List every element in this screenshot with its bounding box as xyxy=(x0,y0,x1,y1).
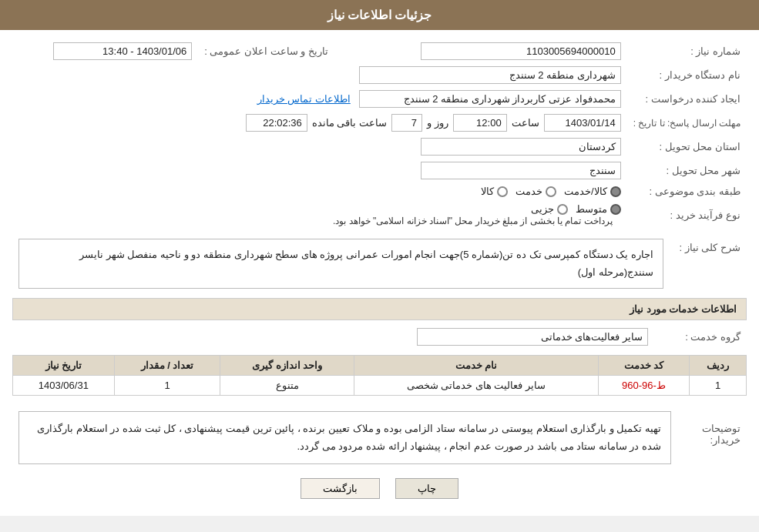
ostan-label: استان محل تحویل : xyxy=(627,135,747,159)
page-title: جزئیات اطلاعات نیاز xyxy=(327,8,432,22)
radio-kala-circle xyxy=(497,186,508,197)
cell-tarikh: 1403/06/31 xyxy=(13,375,115,395)
radio-motavaset-circle xyxy=(610,204,621,215)
cell-vahed: متنوع xyxy=(220,375,354,395)
saet-label: ساعت xyxy=(512,117,539,129)
radio-kala-label: کالا xyxy=(481,186,494,197)
baghimande-box: 22:02:36 xyxy=(246,114,307,132)
page-header: جزئیات اطلاعات نیاز xyxy=(0,0,759,30)
ijad-konande-box: محمدفواد عزتی کاربرداز شهرداری منطقه 2 س… xyxy=(359,90,621,108)
tarikh-elan-box: 1403/01/06 - 13:40 xyxy=(53,42,192,60)
radio-motavaset-label: متوسط xyxy=(576,203,607,215)
saet-box: 12:00 xyxy=(453,114,507,132)
novefrayand-value: متوسط جزیی پرداخت تمام یا بخشی از مبلغ خ… xyxy=(12,200,627,229)
tabaghebandi-value: کالا/خدمت خدمت کالا xyxy=(12,182,627,200)
tamas-kharidar-link[interactable]: اطلاعات تماس خریدار xyxy=(257,93,351,105)
note-table: توضیحات خریدار: تهیه تکمیل و بارگذاری اس… xyxy=(12,402,747,467)
shahr-label: شهر محل تحویل : xyxy=(627,159,747,182)
nam-dastgah-box: شهرداری منطقه 2 سنندج xyxy=(359,66,621,84)
services-table: ردیف کد خدمت نام خدمت واحد اندازه گیری ت… xyxy=(12,355,747,396)
tarikh-box: 1403/01/14 xyxy=(544,114,621,132)
page-wrapper: جزئیات اطلاعات نیاز شماره نیاز : 1103005… xyxy=(0,0,759,516)
tabaghebandi-label: طبقه بندی موضوعی : xyxy=(627,182,747,200)
sharh-content-cell: اجاره یک دستگاه کمپرسی تک ده تن(شماره 5)… xyxy=(12,236,670,292)
content-area: شماره نیاز : 1103005694000010 تاریخ و سا… xyxy=(0,30,759,516)
nam-dastgah-label: نام دستگاه خریدار : xyxy=(627,63,747,87)
note-box: تهیه تکمیل و بارگذاری استعلام پیوستی در … xyxy=(18,411,671,464)
print-button[interactable]: چاپ xyxy=(395,478,458,499)
info-table: شماره نیاز : 1103005694000010 تاریخ و سا… xyxy=(12,39,747,229)
group-label: گروه خدمت : xyxy=(654,325,747,349)
mohlat-value-cell: 1403/01/14 ساعت 12:00 روز و 7 ساعت باقی … xyxy=(12,111,627,135)
radio-kala-khadamat-label: کالا/خدمت xyxy=(564,186,607,197)
shomare-niaz-label: شماره نیاز : xyxy=(627,39,747,63)
note-content-cell: تهیه تکمیل و بارگذاری استعلام پیوستی در … xyxy=(12,402,677,467)
note-label: توضیحات خریدار: xyxy=(677,402,747,467)
radio-khadamat-label: خدمت xyxy=(516,186,542,197)
tarikh-elan-value: 1403/01/06 - 13:40 xyxy=(12,39,198,63)
novefrayand-row: نوع فرآیند خرید : متوسط جزیی پرداخت xyxy=(12,200,747,229)
novefrayand-radio-group: متوسط جزیی xyxy=(18,203,621,215)
services-thead: ردیف کد خدمت نام خدمت واحد اندازه گیری ت… xyxy=(13,355,747,375)
radio-jozvi[interactable]: جزیی xyxy=(531,203,568,215)
cell-nam: سایر فعالیت های خدماتی شخصی xyxy=(354,375,599,395)
sharh-box: اجاره یک دستگاه کمپرسی تک ده تن(شماره 5)… xyxy=(18,239,663,289)
col-radif: ردیف xyxy=(690,355,747,375)
tarikh-elan-label: تاریخ و ساعت اعلان عمومی : xyxy=(198,39,334,63)
tabaghebandi-row: طبقه بندی موضوعی : کالا/خدمت خدمت xyxy=(12,182,747,200)
shahr-row: شهر محل تحویل : سنندج xyxy=(12,159,747,182)
shahr-box: سنندج xyxy=(421,162,621,179)
button-row: چاپ بازگشت xyxy=(12,478,747,499)
rooz-box: 7 xyxy=(391,114,422,132)
khadamat-section-title: اطلاعات خدمات مورد نیاز xyxy=(12,298,747,320)
col-tedad: تعداد / مقدار xyxy=(114,355,220,375)
radio-jozvi-label: جزیی xyxy=(531,203,554,215)
col-tarikh: تاریخ نیاز xyxy=(13,355,115,375)
shahr-value: سنندج xyxy=(12,159,627,182)
group-value-box: سایر فعالیت‌های خدماتی xyxy=(417,328,648,346)
nam-dastgah-value: شهرداری منطقه 2 سنندج xyxy=(12,63,627,87)
payment-note: پرداخت تمام یا بخشی از مبلغ خریدار محل "… xyxy=(333,216,613,226)
mohlat-row: مهلت ارسال پاسخ: تا تاریخ : 1403/01/14 س… xyxy=(12,111,747,135)
note-row: توضیحات خریدار: تهیه تکمیل و بارگذاری اس… xyxy=(12,402,747,467)
group-khadamat-table: گروه خدمت : سایر فعالیت‌های خدماتی xyxy=(12,325,747,349)
col-nam: نام خدمت xyxy=(354,355,599,375)
services-tbody: 1 ط-96-960 سایر فعالیت های خدماتی شخصی م… xyxy=(13,375,747,395)
cell-radif: 1 xyxy=(690,375,747,395)
group-khadamat-row: گروه خدمت : سایر فعالیت‌های خدماتی xyxy=(12,325,747,349)
radio-motavaset[interactable]: متوسط xyxy=(576,203,621,215)
radio-khadamat-circle xyxy=(546,186,556,197)
mohlat-label: مهلت ارسال پاسخ: تا تاریخ : xyxy=(627,111,747,135)
baghimande-label: ساعت باقی مانده xyxy=(312,117,387,129)
nam-dastgah-row: نام دستگاه خریدار : شهرداری منطقه 2 سنند… xyxy=(12,63,747,87)
col-vahed: واحد اندازه گیری xyxy=(220,355,354,375)
radio-kala-khadamat-circle xyxy=(610,186,621,197)
sharh-row: شرح کلی نیاز : اجاره یک دستگاه کمپرسی تک… xyxy=(12,236,747,292)
radio-jozvi-circle xyxy=(557,204,568,215)
shomare-niaz-row: شماره نیاز : 1103005694000010 تاریخ و سا… xyxy=(12,39,747,63)
col-kod: کد خدمت xyxy=(598,355,689,375)
radio-khadamat[interactable]: خدمت xyxy=(516,186,556,197)
ostan-row: استان محل تحویل : کردستان xyxy=(12,135,747,159)
tabaghebandi-radio-group: کالا/خدمت خدمت کالا xyxy=(18,186,621,197)
ijad-konande-label: ایجاد کننده درخواست : xyxy=(627,87,747,111)
date-row: 1403/01/14 ساعت 12:00 روز و 7 ساعت باقی … xyxy=(18,114,621,132)
sharh-table: شرح کلی نیاز : اجاره یک دستگاه کمپرسی تک… xyxy=(12,236,747,292)
group-value-cell: سایر فعالیت‌های خدماتی xyxy=(12,325,654,349)
cell-kod[interactable]: ط-96-960 xyxy=(598,375,689,395)
sharh-label: شرح کلی نیاز : xyxy=(670,236,747,292)
radio-kala-khadamat[interactable]: کالا/خدمت xyxy=(564,186,621,197)
ijad-konande-row: ایجاد کننده درخواست : محمدفواد عزتی کارب… xyxy=(12,87,747,111)
novefrayand-label: نوع فرآیند خرید : xyxy=(627,200,747,229)
services-header-row: ردیف کد خدمت نام خدمت واحد اندازه گیری ت… xyxy=(13,355,747,375)
shomare-niaz-value: 1103005694000010 xyxy=(365,39,627,63)
shomare-niaz-box: 1103005694000010 xyxy=(421,42,621,60)
ostan-value: کردستان xyxy=(12,135,627,159)
back-button[interactable]: بازگشت xyxy=(301,478,380,499)
ostan-box: کردستان xyxy=(421,138,621,156)
table-row: 1 ط-96-960 سایر فعالیت های خدماتی شخصی م… xyxy=(13,375,747,395)
cell-tedad: 1 xyxy=(114,375,220,395)
rooz-label: روز و xyxy=(427,117,448,129)
ijad-konande-value: محمدفواد عزتی کاربرداز شهرداری منطقه 2 س… xyxy=(12,87,627,111)
radio-kala[interactable]: کالا xyxy=(481,186,508,197)
